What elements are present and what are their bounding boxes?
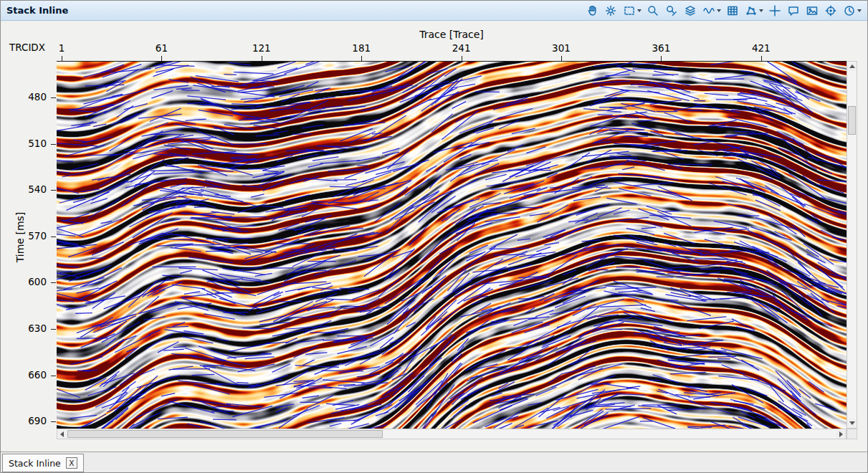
locate-target-button[interactable] <box>824 4 838 18</box>
scroll-down-button[interactable] <box>847 419 857 428</box>
xaxis-tick-label: 61 <box>156 42 168 54</box>
xaxis-tick-label: 121 <box>252 42 271 54</box>
yaxis-tick-mark <box>51 190 56 191</box>
layers-button[interactable] <box>683 4 697 18</box>
spreadsheet-button[interactable] <box>725 4 740 18</box>
dropdown-caret-icon[interactable] <box>759 9 763 12</box>
arrow-down-icon <box>849 421 855 425</box>
scroll-up-button[interactable] <box>847 62 857 71</box>
yaxis-tick-label: 600 <box>1 276 47 287</box>
horizontal-scrollbar[interactable] <box>57 429 846 439</box>
zoom-edit-icon <box>664 4 679 18</box>
xaxis-tick-mark <box>361 56 362 61</box>
xaxis-tick-label: 181 <box>352 42 371 54</box>
zoom-magnifier-icon <box>646 4 660 18</box>
horizontal-scrollbar-thumb[interactable] <box>67 430 383 438</box>
yaxis-tick-label: 660 <box>1 369 47 381</box>
yaxis-tick-mark <box>51 376 56 376</box>
xaxis-tick-label: 421 <box>752 42 771 54</box>
annotation-bubble-button[interactable] <box>786 4 801 18</box>
settings-gear-button[interactable] <box>604 4 618 18</box>
yaxis-tick-mark <box>51 282 56 283</box>
yaxis-tick-mark <box>51 329 56 330</box>
scroll-right-button[interactable] <box>836 429 846 439</box>
yaxis-tick-mark <box>51 144 56 145</box>
settings-gear-icon <box>604 4 618 18</box>
yaxis-tick-label: 630 <box>1 322 47 334</box>
xaxis-tick-mark <box>161 56 162 61</box>
pan-hand-button[interactable] <box>585 4 599 18</box>
xaxis-tick-label: 1 <box>59 42 65 54</box>
compass-tool-icon <box>842 4 857 18</box>
xaxis-tick-label: 361 <box>652 42 671 54</box>
vertical-scrollbar[interactable] <box>846 61 857 429</box>
arrow-left-icon <box>60 431 64 437</box>
yaxis-tick-label: 510 <box>1 138 47 149</box>
corner-label: TRCIDX <box>9 42 45 53</box>
dropdown-caret-icon[interactable] <box>717 9 721 12</box>
yaxis-tick-mark <box>51 421 56 422</box>
tab-strip: Stack Inline X <box>1 452 867 473</box>
snapshot-image-icon <box>805 4 819 18</box>
pane-titlebar: Stack Inline <box>1 1 867 21</box>
xaxis-tick-label: 241 <box>452 42 471 54</box>
zoom-edit-button[interactable] <box>664 4 679 18</box>
xaxis-tick-label: 301 <box>552 42 571 54</box>
position-crosshair-icon <box>768 4 782 18</box>
polygon-pick-button[interactable] <box>744 4 763 18</box>
dropdown-caret-icon[interactable] <box>637 9 642 12</box>
yaxis-tick-mark <box>51 236 56 237</box>
tab-stack-inline[interactable]: Stack Inline X <box>2 454 84 472</box>
compass-tool-button[interactable] <box>842 4 862 18</box>
spreadsheet-icon <box>725 4 740 18</box>
wiggle-display-button[interactable] <box>702 4 721 18</box>
app-window: Stack Inline Trace [Trace] TRCIDX Time [… <box>0 0 868 473</box>
rubberband-select-button[interactable] <box>622 4 642 18</box>
scrollbar-corner <box>846 429 857 439</box>
zoom-magnifier-button[interactable] <box>646 4 660 18</box>
layers-icon <box>683 4 697 18</box>
yaxis-tick-label: 480 <box>1 91 47 102</box>
xaxis-tick-mark <box>62 56 62 61</box>
yaxis-tick-label: 690 <box>1 415 47 426</box>
xaxis-tick-mark <box>761 56 762 61</box>
position-crosshair-button[interactable] <box>768 4 782 18</box>
locate-target-icon <box>824 4 838 18</box>
annotation-bubble-icon <box>786 4 801 18</box>
xaxis-tick-mark <box>262 56 262 61</box>
snapshot-image-button[interactable] <box>805 4 819 18</box>
seismic-canvas[interactable] <box>57 61 846 429</box>
tab-close-button[interactable]: X <box>66 457 77 469</box>
xaxis-tick-mark <box>462 56 462 61</box>
polygon-pick-icon <box>744 4 758 18</box>
wiggle-display-icon <box>702 4 716 18</box>
xaxis-title: Trace [Trace] <box>57 29 846 40</box>
arrow-right-icon <box>839 431 843 437</box>
rubberband-select-icon <box>622 4 636 18</box>
scroll-left-button[interactable] <box>57 429 67 439</box>
xaxis-tick-mark <box>561 56 562 61</box>
toolbar <box>585 4 862 18</box>
pane-title: Stack Inline <box>6 5 68 16</box>
vertical-scrollbar-thumb[interactable] <box>848 106 856 135</box>
pan-hand-icon <box>585 4 599 18</box>
yaxis-tick-mark <box>51 97 56 98</box>
dropdown-caret-icon[interactable] <box>857 9 862 12</box>
tab-label: Stack Inline <box>9 458 61 469</box>
arrow-up-icon <box>849 64 855 68</box>
yaxis-tick-label: 570 <box>1 230 47 242</box>
yaxis-tick-label: 540 <box>1 183 47 195</box>
xaxis-tick-mark <box>661 56 662 61</box>
